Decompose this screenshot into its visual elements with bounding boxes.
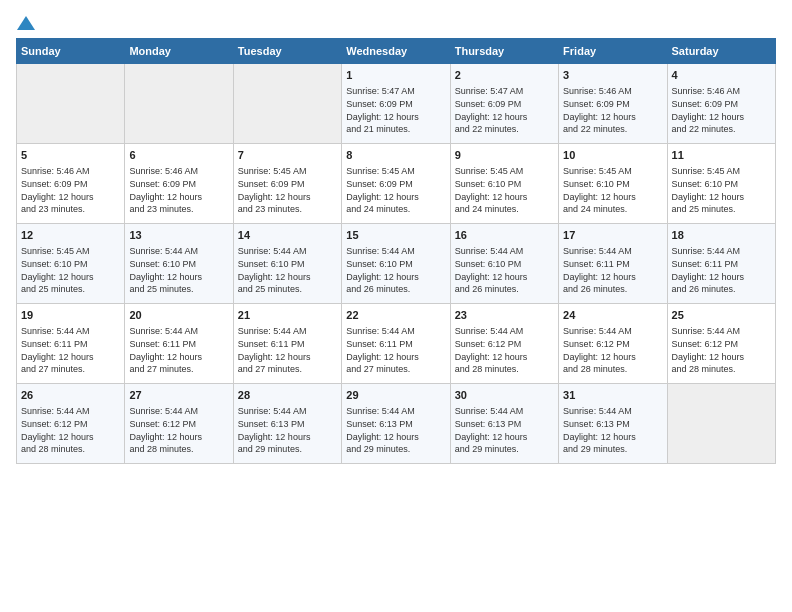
day-number: 13	[129, 228, 228, 243]
day-info: Sunrise: 5:45 AM Sunset: 6:09 PM Dayligh…	[346, 165, 445, 215]
logo	[16, 16, 35, 28]
calendar-week-2: 12Sunrise: 5:45 AM Sunset: 6:10 PM Dayli…	[17, 224, 776, 304]
calendar-week-3: 19Sunrise: 5:44 AM Sunset: 6:11 PM Dayli…	[17, 304, 776, 384]
calendar-cell	[233, 64, 341, 144]
calendar-week-4: 26Sunrise: 5:44 AM Sunset: 6:12 PM Dayli…	[17, 384, 776, 464]
day-number: 9	[455, 148, 554, 163]
day-number: 30	[455, 388, 554, 403]
day-number: 1	[346, 68, 445, 83]
calendar-cell: 19Sunrise: 5:44 AM Sunset: 6:11 PM Dayli…	[17, 304, 125, 384]
day-info: Sunrise: 5:44 AM Sunset: 6:12 PM Dayligh…	[129, 405, 228, 455]
header-monday: Monday	[125, 39, 233, 64]
calendar-cell: 9Sunrise: 5:45 AM Sunset: 6:10 PM Daylig…	[450, 144, 558, 224]
day-number: 23	[455, 308, 554, 323]
day-number: 18	[672, 228, 771, 243]
calendar-header-row: SundayMondayTuesdayWednesdayThursdayFrid…	[17, 39, 776, 64]
day-info: Sunrise: 5:44 AM Sunset: 6:11 PM Dayligh…	[672, 245, 771, 295]
calendar-cell: 12Sunrise: 5:45 AM Sunset: 6:10 PM Dayli…	[17, 224, 125, 304]
calendar-cell: 25Sunrise: 5:44 AM Sunset: 6:12 PM Dayli…	[667, 304, 775, 384]
day-info: Sunrise: 5:45 AM Sunset: 6:10 PM Dayligh…	[455, 165, 554, 215]
day-info: Sunrise: 5:44 AM Sunset: 6:13 PM Dayligh…	[238, 405, 337, 455]
day-number: 29	[346, 388, 445, 403]
day-number: 14	[238, 228, 337, 243]
calendar-cell: 15Sunrise: 5:44 AM Sunset: 6:10 PM Dayli…	[342, 224, 450, 304]
day-info: Sunrise: 5:44 AM Sunset: 6:12 PM Dayligh…	[21, 405, 120, 455]
day-info: Sunrise: 5:46 AM Sunset: 6:09 PM Dayligh…	[672, 85, 771, 135]
day-number: 19	[21, 308, 120, 323]
header-friday: Friday	[559, 39, 667, 64]
day-number: 28	[238, 388, 337, 403]
calendar-cell: 17Sunrise: 5:44 AM Sunset: 6:11 PM Dayli…	[559, 224, 667, 304]
calendar-cell	[125, 64, 233, 144]
svg-marker-0	[17, 16, 35, 30]
calendar-cell: 13Sunrise: 5:44 AM Sunset: 6:10 PM Dayli…	[125, 224, 233, 304]
calendar-cell: 24Sunrise: 5:44 AM Sunset: 6:12 PM Dayli…	[559, 304, 667, 384]
header-sunday: Sunday	[17, 39, 125, 64]
day-info: Sunrise: 5:44 AM Sunset: 6:11 PM Dayligh…	[21, 325, 120, 375]
day-number: 26	[21, 388, 120, 403]
calendar-cell	[17, 64, 125, 144]
day-info: Sunrise: 5:44 AM Sunset: 6:12 PM Dayligh…	[455, 325, 554, 375]
day-number: 4	[672, 68, 771, 83]
calendar-cell: 22Sunrise: 5:44 AM Sunset: 6:11 PM Dayli…	[342, 304, 450, 384]
day-info: Sunrise: 5:44 AM Sunset: 6:12 PM Dayligh…	[563, 325, 662, 375]
day-info: Sunrise: 5:44 AM Sunset: 6:10 PM Dayligh…	[129, 245, 228, 295]
calendar-cell: 30Sunrise: 5:44 AM Sunset: 6:13 PM Dayli…	[450, 384, 558, 464]
day-number: 7	[238, 148, 337, 163]
day-info: Sunrise: 5:44 AM Sunset: 6:13 PM Dayligh…	[455, 405, 554, 455]
header-thursday: Thursday	[450, 39, 558, 64]
day-number: 3	[563, 68, 662, 83]
day-info: Sunrise: 5:44 AM Sunset: 6:13 PM Dayligh…	[346, 405, 445, 455]
header-saturday: Saturday	[667, 39, 775, 64]
header-wednesday: Wednesday	[342, 39, 450, 64]
calendar-cell: 16Sunrise: 5:44 AM Sunset: 6:10 PM Dayli…	[450, 224, 558, 304]
calendar-cell	[667, 384, 775, 464]
calendar-cell: 5Sunrise: 5:46 AM Sunset: 6:09 PM Daylig…	[17, 144, 125, 224]
day-info: Sunrise: 5:44 AM Sunset: 6:11 PM Dayligh…	[563, 245, 662, 295]
day-number: 8	[346, 148, 445, 163]
day-info: Sunrise: 5:46 AM Sunset: 6:09 PM Dayligh…	[129, 165, 228, 215]
calendar-cell: 26Sunrise: 5:44 AM Sunset: 6:12 PM Dayli…	[17, 384, 125, 464]
page-header	[16, 16, 776, 28]
calendar-cell: 27Sunrise: 5:44 AM Sunset: 6:12 PM Dayli…	[125, 384, 233, 464]
day-info: Sunrise: 5:44 AM Sunset: 6:11 PM Dayligh…	[129, 325, 228, 375]
day-number: 25	[672, 308, 771, 323]
calendar-cell: 21Sunrise: 5:44 AM Sunset: 6:11 PM Dayli…	[233, 304, 341, 384]
calendar-week-1: 5Sunrise: 5:46 AM Sunset: 6:09 PM Daylig…	[17, 144, 776, 224]
day-number: 15	[346, 228, 445, 243]
day-number: 12	[21, 228, 120, 243]
day-number: 6	[129, 148, 228, 163]
day-number: 24	[563, 308, 662, 323]
day-number: 20	[129, 308, 228, 323]
day-info: Sunrise: 5:47 AM Sunset: 6:09 PM Dayligh…	[455, 85, 554, 135]
day-info: Sunrise: 5:45 AM Sunset: 6:10 PM Dayligh…	[672, 165, 771, 215]
calendar-cell: 3Sunrise: 5:46 AM Sunset: 6:09 PM Daylig…	[559, 64, 667, 144]
calendar-cell: 20Sunrise: 5:44 AM Sunset: 6:11 PM Dayli…	[125, 304, 233, 384]
calendar-table: SundayMondayTuesdayWednesdayThursdayFrid…	[16, 38, 776, 464]
day-number: 2	[455, 68, 554, 83]
day-info: Sunrise: 5:44 AM Sunset: 6:10 PM Dayligh…	[346, 245, 445, 295]
calendar-cell: 18Sunrise: 5:44 AM Sunset: 6:11 PM Dayli…	[667, 224, 775, 304]
calendar-cell: 7Sunrise: 5:45 AM Sunset: 6:09 PM Daylig…	[233, 144, 341, 224]
calendar-cell: 14Sunrise: 5:44 AM Sunset: 6:10 PM Dayli…	[233, 224, 341, 304]
calendar-cell: 4Sunrise: 5:46 AM Sunset: 6:09 PM Daylig…	[667, 64, 775, 144]
calendar-cell: 6Sunrise: 5:46 AM Sunset: 6:09 PM Daylig…	[125, 144, 233, 224]
calendar-cell: 2Sunrise: 5:47 AM Sunset: 6:09 PM Daylig…	[450, 64, 558, 144]
day-info: Sunrise: 5:44 AM Sunset: 6:10 PM Dayligh…	[455, 245, 554, 295]
day-number: 11	[672, 148, 771, 163]
logo-icon	[17, 14, 35, 32]
calendar-cell: 1Sunrise: 5:47 AM Sunset: 6:09 PM Daylig…	[342, 64, 450, 144]
day-info: Sunrise: 5:44 AM Sunset: 6:11 PM Dayligh…	[238, 325, 337, 375]
day-info: Sunrise: 5:45 AM Sunset: 6:09 PM Dayligh…	[238, 165, 337, 215]
day-info: Sunrise: 5:44 AM Sunset: 6:13 PM Dayligh…	[563, 405, 662, 455]
day-info: Sunrise: 5:45 AM Sunset: 6:10 PM Dayligh…	[21, 245, 120, 295]
calendar-cell: 31Sunrise: 5:44 AM Sunset: 6:13 PM Dayli…	[559, 384, 667, 464]
day-number: 10	[563, 148, 662, 163]
day-info: Sunrise: 5:44 AM Sunset: 6:12 PM Dayligh…	[672, 325, 771, 375]
calendar-cell: 29Sunrise: 5:44 AM Sunset: 6:13 PM Dayli…	[342, 384, 450, 464]
calendar-cell: 11Sunrise: 5:45 AM Sunset: 6:10 PM Dayli…	[667, 144, 775, 224]
calendar-cell: 23Sunrise: 5:44 AM Sunset: 6:12 PM Dayli…	[450, 304, 558, 384]
day-info: Sunrise: 5:44 AM Sunset: 6:11 PM Dayligh…	[346, 325, 445, 375]
day-number: 5	[21, 148, 120, 163]
day-number: 31	[563, 388, 662, 403]
